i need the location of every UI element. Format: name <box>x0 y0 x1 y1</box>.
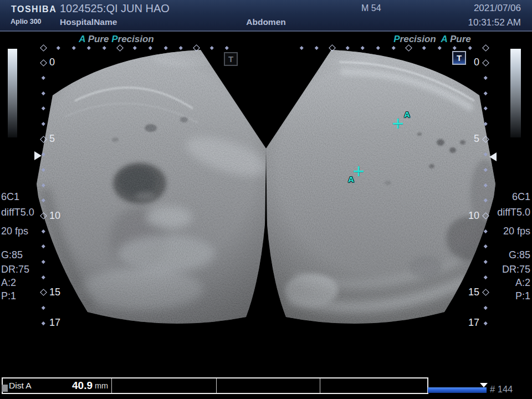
results-bar: Dist A 40.9 mm <box>2 377 428 394</box>
gain-label-left: G:85 <box>1 249 23 261</box>
exam-date: 2021/07/06 <box>474 3 521 14</box>
exam-time: 10:31:52 AM <box>468 17 521 28</box>
dynamic-range-left: DR:75 <box>1 264 29 275</box>
gain-label-right: G:85 <box>509 249 530 261</box>
preset-label-right: diffT5.0 <box>497 207 530 218</box>
caliper-label-a1: A <box>404 110 410 119</box>
measurement-label: Dist A <box>9 381 31 391</box>
frame-rate-left: 20 fps <box>1 226 28 237</box>
frame-rate-right: 20 fps <box>503 226 530 237</box>
dynamic-range-right: DR:75 <box>502 264 530 275</box>
aplipure-label-left: A:2 <box>1 277 16 289</box>
orientation-marker-right-active: T <box>452 51 466 65</box>
watermark-text: recision <box>400 34 441 44</box>
study-preset: Abdomen <box>0 17 532 27</box>
orientation-marker-left: T <box>224 52 238 66</box>
header-separator <box>0 30 532 32</box>
corner-chip <box>2 385 8 392</box>
preset-label-left: diffT5.0 <box>1 207 34 218</box>
patient-id: 1024525:QI JUN HAO <box>60 2 170 15</box>
watermark-text: Pure <box>85 34 111 44</box>
watermark-right: Precision A Pure <box>310 34 532 45</box>
watermark-left: A Pure Precision <box>0 34 233 45</box>
power-label-right: P:1 <box>515 290 530 302</box>
measurement-unit: mm <box>95 381 108 390</box>
patient-sex-age: M 54 <box>361 3 381 13</box>
watermark-text: A <box>79 34 85 44</box>
watermark-text: Pure <box>447 34 471 44</box>
probe-label-left: 6C1 <box>1 191 19 203</box>
results-divider <box>320 378 320 393</box>
focus-marker-right <box>489 152 497 161</box>
header-bar: TOSHIBA Aplio 300 1024525:QI JUN HAO Hos… <box>0 0 532 30</box>
cine-position-arrow[interactable] <box>480 383 488 387</box>
caliper-label-a2: A <box>348 175 354 184</box>
probe-label-right: 6C1 <box>512 191 530 203</box>
results-divider <box>111 378 112 393</box>
caliper-cross-a2[interactable] <box>354 166 364 176</box>
grayscale-bar-right <box>510 49 521 137</box>
speckle-noise <box>33 47 499 335</box>
aplipure-label-right: A:2 <box>515 277 530 289</box>
watermark-text: P <box>393 34 400 44</box>
focus-marker-left <box>34 151 42 160</box>
caliper-cross-a1[interactable] <box>393 119 403 129</box>
power-label-left: P:1 <box>1 290 16 302</box>
watermark-text: P <box>111 34 117 44</box>
frame-counter: # 144 <box>490 384 513 395</box>
cine-scrollbar[interactable] <box>428 387 487 393</box>
measurement-value: 40.9 <box>56 380 93 392</box>
toshiba-logo: TOSHIBA <box>11 4 57 14</box>
watermark-text: A <box>441 34 448 44</box>
results-divider <box>216 378 217 393</box>
grayscale-bar-left <box>8 49 17 137</box>
ultrasound-display: TOSHIBA Aplio 300 1024525:QI JUN HAO Hos… <box>0 0 532 399</box>
watermark-text: recision <box>118 34 154 44</box>
